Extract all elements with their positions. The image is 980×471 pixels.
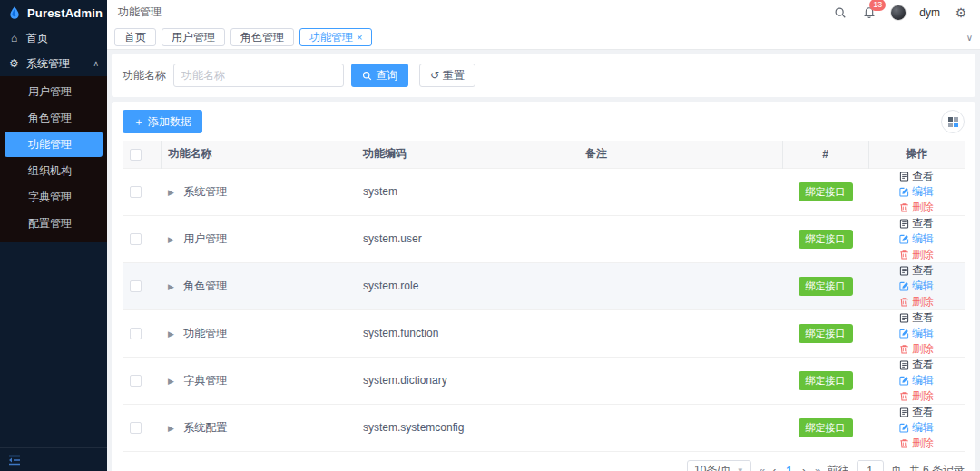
- edit-icon: [899, 376, 909, 386]
- row-checkbox[interactable]: [130, 280, 142, 292]
- row-hash-cell: 绑定接口: [782, 404, 868, 451]
- view-link[interactable]: 查看: [899, 169, 934, 184]
- row-checkbox[interactable]: [130, 375, 142, 387]
- view-link[interactable]: 查看: [899, 216, 934, 231]
- trash-icon: [899, 250, 909, 260]
- notifications-bell-icon[interactable]: 13: [861, 5, 877, 21]
- tab-roles[interactable]: 角色管理: [230, 28, 294, 46]
- expand-row-icon[interactable]: ▶: [168, 235, 174, 244]
- edit-link[interactable]: 编辑: [899, 184, 934, 200]
- app-logo[interactable]: PurestAdmin: [0, 0, 107, 25]
- document-icon: [899, 360, 909, 370]
- chevron-down-icon[interactable]: ∨: [966, 33, 973, 43]
- row-checkbox[interactable]: [130, 186, 142, 198]
- content: 功能名称 查询 ↺ 重置 ＋ 添加数据: [107, 50, 980, 471]
- view-link[interactable]: 查看: [899, 358, 934, 373]
- tab-label: 功能管理: [309, 30, 353, 45]
- bind-api-button[interactable]: 绑定接口: [799, 371, 853, 390]
- row-name: 系统配置: [183, 421, 227, 434]
- avatar[interactable]: [890, 5, 906, 21]
- row-operations-cell: 查看 编辑: [868, 215, 965, 262]
- sidebar-item-label: 系统管理: [26, 56, 86, 72]
- collapse-sidebar-icon[interactable]: [8, 454, 21, 466]
- goto-page-input[interactable]: [857, 460, 884, 471]
- delete-link[interactable]: 删除: [899, 388, 934, 404]
- expand-row-icon[interactable]: ▶: [168, 188, 174, 197]
- row-name: 用户管理: [183, 232, 227, 245]
- bind-api-button[interactable]: 绑定接口: [799, 182, 853, 201]
- search-input[interactable]: [173, 64, 344, 87]
- view-link[interactable]: 查看: [899, 263, 934, 279]
- goto-label: 前往: [828, 463, 849, 471]
- page-size-select[interactable]: 10条/页 ▼: [687, 460, 751, 471]
- row-checkbox[interactable]: [130, 422, 142, 434]
- delete-link[interactable]: 删除: [899, 341, 934, 357]
- expand-row-icon[interactable]: ▶: [168, 424, 174, 433]
- notification-badge: 13: [869, 0, 886, 11]
- delete-link[interactable]: 删除: [899, 247, 934, 262]
- sidebar-item-config[interactable]: 配置管理: [5, 211, 103, 236]
- tab-users[interactable]: 用户管理: [162, 28, 225, 46]
- edit-link[interactable]: 编辑: [899, 326, 934, 341]
- trash-icon: [899, 297, 909, 307]
- delete-link[interactable]: 删除: [899, 436, 934, 451]
- delete-link[interactable]: 删除: [899, 294, 934, 309]
- row-name-cell: ▶ 角色管理: [161, 262, 356, 309]
- sidebar-item-roles[interactable]: 角色管理: [5, 105, 103, 131]
- select-all-checkbox[interactable]: [130, 149, 142, 161]
- row-name-cell: ▶ 系统管理: [161, 168, 356, 215]
- edit-link[interactable]: 编辑: [899, 420, 934, 436]
- row-hash-cell: 绑定接口: [782, 262, 868, 309]
- tab-close-icon[interactable]: ×: [357, 32, 362, 43]
- edit-icon: [899, 329, 909, 339]
- sidebar-item-home[interactable]: ⌂ 首页: [0, 25, 107, 51]
- sidebar-item-organization[interactable]: 组织机构: [5, 158, 103, 183]
- row-select-cell: [122, 215, 161, 262]
- table-panel: ＋ 添加数据 功能名称: [112, 102, 975, 471]
- page-number[interactable]: 1: [784, 465, 794, 471]
- expand-row-icon[interactable]: ▶: [168, 282, 174, 291]
- search-icon[interactable]: [832, 5, 848, 21]
- bind-api-button[interactable]: 绑定接口: [799, 418, 853, 437]
- chevron-up-icon: ∧: [93, 59, 99, 68]
- query-button[interactable]: 查询: [351, 64, 408, 87]
- expand-row-icon[interactable]: ▶: [168, 329, 174, 339]
- row-name: 角色管理: [183, 280, 227, 292]
- view-link[interactable]: 查看: [899, 405, 934, 420]
- edit-link[interactable]: 编辑: [899, 231, 934, 247]
- edit-link[interactable]: 编辑: [899, 373, 934, 388]
- header-remark: 备注: [578, 141, 782, 168]
- row-checkbox[interactable]: [130, 233, 142, 245]
- expand-row-icon[interactable]: ▶: [168, 377, 174, 386]
- sidebar-item-system[interactable]: ⚙ 系统管理 ∧: [0, 51, 107, 76]
- row-name-cell: ▶ 系统配置: [161, 404, 356, 451]
- reset-button[interactable]: ↺ 重置: [419, 64, 475, 87]
- sidebar-item-dictionary[interactable]: 字典管理: [5, 184, 103, 210]
- row-hash-cell: 绑定接口: [782, 168, 868, 215]
- settings-gear-icon[interactable]: ⚙: [953, 5, 969, 21]
- sidebar-submenu: 用户管理 角色管理 功能管理 组织机构 字典管理 配置管理: [0, 76, 107, 242]
- header-name: 功能名称: [161, 141, 356, 168]
- trash-icon: [899, 391, 909, 401]
- sidebar-item-users[interactable]: 用户管理: [5, 79, 103, 104]
- prev-page-button[interactable]: ‹: [771, 465, 777, 471]
- sidebar-item-functions[interactable]: 功能管理: [5, 132, 103, 157]
- row-select-cell: [122, 262, 161, 309]
- delete-link[interactable]: 删除: [899, 200, 934, 215]
- view-link[interactable]: 查看: [899, 310, 934, 326]
- add-data-button[interactable]: ＋ 添加数据: [122, 110, 202, 133]
- edit-link[interactable]: 编辑: [899, 279, 934, 294]
- row-checkbox[interactable]: [130, 328, 142, 339]
- first-page-button[interactable]: «: [759, 465, 765, 471]
- row-code: system.function: [356, 309, 578, 357]
- row-code: system.user: [356, 215, 578, 262]
- bind-api-button[interactable]: 绑定接口: [799, 324, 853, 343]
- column-settings-button[interactable]: [941, 110, 965, 133]
- row-select-cell: [122, 357, 161, 404]
- last-page-button[interactable]: »: [814, 465, 820, 471]
- bind-api-button[interactable]: 绑定接口: [799, 277, 853, 296]
- bind-api-button[interactable]: 绑定接口: [799, 230, 853, 249]
- tab-functions[interactable]: 功能管理 ×: [299, 28, 372, 46]
- tab-home[interactable]: 首页: [114, 28, 156, 46]
- next-page-button[interactable]: ›: [801, 465, 807, 471]
